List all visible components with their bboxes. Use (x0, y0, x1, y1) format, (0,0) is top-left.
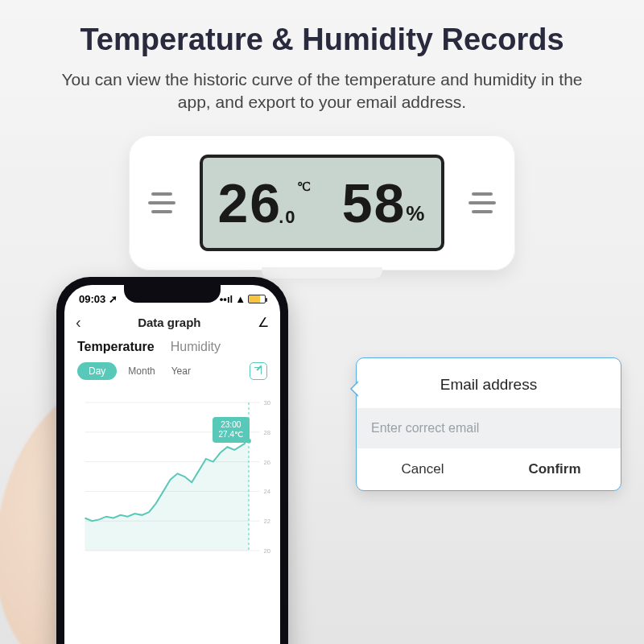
lcd-temp-dec: .0 (279, 207, 296, 228)
edit-button[interactable]: ∠ (258, 315, 269, 330)
signal-icon: ••ıl (220, 293, 233, 305)
email-popup: Email address Enter correct email Cancel… (356, 357, 621, 491)
lcd-humidity-unit: % (406, 201, 426, 226)
hero-subtitle: You can view the historic curve of the t… (48, 68, 596, 114)
export-icon[interactable] (250, 362, 267, 380)
svg-text:30: 30 (264, 399, 271, 407)
lcd-display: 26 .0 ℃ 58 % (200, 155, 444, 251)
vent-icon (469, 192, 496, 213)
confirm-button[interactable]: Confirm (489, 448, 621, 490)
lcd-humidity: 58 (342, 171, 407, 234)
status-time: 09:03 ➚ (79, 293, 118, 305)
email-field[interactable]: Enter correct email (357, 408, 621, 448)
range-day[interactable]: Day (77, 362, 117, 380)
cancel-button[interactable]: Cancel (357, 448, 489, 490)
range-month[interactable]: Month (123, 362, 159, 380)
tab-humidity[interactable]: Humidity (171, 340, 221, 354)
wifi-icon: ▲ (235, 293, 246, 305)
screen-title: Data graph (138, 316, 200, 329)
lcd-temp-int: 26 (218, 171, 283, 234)
hero-title: Temperature & Humidity Records (0, 23, 644, 57)
battery-icon (248, 295, 266, 303)
popup-title: Email address (357, 358, 621, 408)
phone-frame: 09:03 ➚ ••ıl ▲ ‹ Data graph ∠ Temperatur… (56, 277, 288, 644)
phone-notch (124, 285, 221, 303)
tab-temperature[interactable]: Temperature (77, 340, 155, 354)
svg-text:22: 22 (264, 518, 271, 525)
back-button[interactable]: ‹ (76, 313, 81, 332)
temperature-chart[interactable]: 202224262830 23:00 27.4℃ (71, 388, 274, 565)
svg-text:20: 20 (264, 547, 271, 555)
svg-text:26: 26 (264, 458, 271, 465)
svg-text:28: 28 (264, 428, 271, 436)
svg-text:24: 24 (264, 488, 271, 495)
chart-tooltip: 23:00 27.4℃ (213, 417, 250, 443)
range-year[interactable]: Year (167, 362, 196, 380)
vent-icon (148, 192, 175, 213)
sensor-device: 26 .0 ℃ 58 % (129, 135, 515, 270)
lcd-temp-unit: ℃ (297, 180, 312, 194)
